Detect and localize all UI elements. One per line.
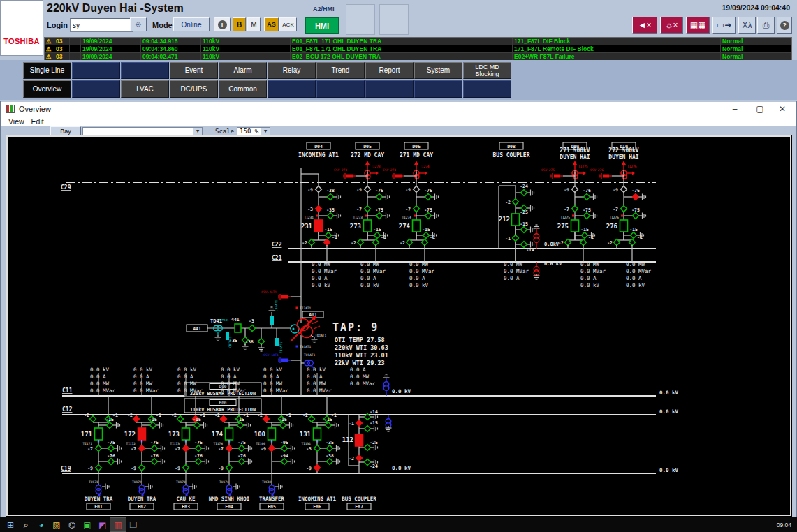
measurement: 0.0 MW [312, 261, 331, 267]
as-button[interactable]: AS [264, 17, 279, 31]
diagram-label: -1 [349, 421, 354, 427]
feeder-name: CAU KE [176, 496, 196, 502]
diagram-label: -2 [257, 413, 263, 418]
close-button[interactable]: ✕ [772, 102, 793, 116]
hmi-button[interactable]: HMI [305, 17, 339, 34]
warning-icon: ⚠ [45, 53, 54, 60]
menu-ldc-md-blocking[interactable]: LDC MD Blocking [463, 62, 511, 79]
diagram-label: -76 [424, 188, 432, 193]
mode-online-button[interactable]: Online [173, 17, 210, 31]
ack-button[interactable]: ACK [279, 17, 297, 31]
menu-dc-ups[interactable]: DC/UPS [170, 80, 218, 98]
minimize-button[interactable]: – [724, 102, 745, 116]
diagram-label: TI276 [627, 165, 637, 168]
diagram-label: -75 [631, 207, 640, 213]
bay-select[interactable]: ▼ [82, 127, 203, 136]
cb-4at1 [270, 316, 274, 325]
diagram-label: -1 [430, 235, 435, 240]
bus-label-C29: C29 [61, 184, 71, 191]
diagram-label: CSV-274 [383, 168, 396, 172]
print-button[interactable]: ⎙ [757, 17, 775, 34]
diagram-label: -38 [326, 453, 334, 459]
tools-button[interactable]: Xλ [738, 17, 756, 34]
transformer-dot [293, 328, 295, 330]
breaker-276[interactable] [620, 220, 628, 232]
breaker-174[interactable] [226, 428, 233, 440]
app-purple-icon[interactable]: ◩ [95, 518, 110, 531]
menu-trend[interactable]: Trend [316, 62, 365, 79]
warning-icon: ⚠ [45, 38, 54, 45]
diagram-label: -2 [607, 240, 613, 246]
keyboard-button[interactable]: ▦▦ [686, 17, 710, 34]
menu-lvac[interactable]: LVAC [121, 80, 169, 98]
menu-alarm[interactable]: Alarm [219, 62, 267, 79]
diagram-label: -75 [424, 207, 432, 213]
chevron-down-icon: ▼ [193, 128, 202, 135]
breaker-131[interactable] [314, 428, 321, 440]
breaker-441[interactable] [235, 324, 241, 332]
edge-icon[interactable]: ◕ [34, 518, 49, 531]
diagram-label: -7 [356, 207, 362, 212]
breaker-273[interactable] [364, 220, 372, 232]
menu-edit[interactable]: Edit [31, 117, 44, 126]
lamp-mute-button[interactable]: ☼× [660, 17, 683, 34]
breaker-231[interactable] [315, 220, 323, 232]
breaker-173[interactable] [182, 428, 190, 440]
indicator-dot [414, 215, 416, 217]
breaker-112[interactable] [356, 434, 363, 446]
breaker-171[interactable] [95, 428, 103, 440]
transformer-temp: OTI TEMP 27.58 [335, 337, 385, 343]
putty-icon[interactable]: ⌬ [64, 518, 80, 531]
diagram-label: -3 [307, 207, 313, 212]
menu-relay[interactable]: Relay [268, 62, 316, 79]
search-icon[interactable]: ⌕ [18, 518, 34, 531]
bay-title: INCOMING AT1 [298, 152, 339, 158]
alarm-row[interactable]: ⚠0319/09/202409:04:34.915110kVE01_F87L 1… [45, 38, 791, 45]
info-button[interactable]: i [214, 17, 231, 31]
m-button[interactable]: M [247, 17, 261, 31]
breaker-172[interactable] [138, 428, 146, 440]
breaker-100[interactable] [268, 428, 276, 440]
feeder-name: TRANSFER [259, 496, 285, 502]
diagram-label: -7 [218, 446, 224, 452]
menu-overview[interactable]: Overview [23, 80, 71, 98]
switch-display-button[interactable]: ▭➜ [712, 17, 736, 34]
breaker-274[interactable] [413, 220, 421, 232]
measurement: 0.0 kV [90, 367, 110, 373]
login-input[interactable] [70, 18, 133, 32]
audio-mute-button[interactable]: ◄× [632, 17, 657, 34]
menu-common[interactable]: Common [219, 80, 267, 98]
diagram-label: TD4AT1 [279, 341, 283, 353]
logout-button[interactable]: ⎆ [130, 17, 147, 31]
menu-system[interactable]: System [414, 62, 462, 79]
app-green-icon[interactable]: ▣ [80, 518, 95, 531]
diagram-label: -15 [324, 227, 332, 232]
window-icon[interactable]: ❒ [126, 518, 141, 531]
scale-select[interactable]: 150 % ▼ [237, 127, 270, 136]
breaker-212[interactable] [512, 214, 520, 226]
window-titlebar[interactable]: Overview – ▢ ✕ [1, 102, 796, 116]
menu-event[interactable]: Event [170, 62, 218, 79]
diagram-label: 174 [212, 431, 224, 438]
menu-report[interactable]: Report [365, 62, 414, 79]
diagram-label: -9 [613, 187, 618, 193]
menu-view[interactable]: View [8, 117, 24, 126]
menu-single-line[interactable]: Single Line [23, 62, 71, 79]
explorer-icon[interactable]: ▨ [49, 518, 64, 531]
diagram-label: -95 [280, 440, 288, 445]
measurement: 0.0 A [580, 275, 597, 281]
diagram-label: -15 [370, 420, 378, 426]
hmi-active-icon[interactable]: ▥ [110, 518, 126, 531]
b-button[interactable]: B [233, 17, 246, 31]
menu-blank [414, 80, 462, 98]
header: TOSHIBA 220kV Duyen Hai -System Login ⎆ … [0, 0, 797, 37]
diagram-label: -2 [84, 413, 89, 418]
diagram-label: -15 [279, 417, 287, 422]
diagram-label: TI173 [170, 442, 180, 445]
maximize-button[interactable]: ▢ [750, 102, 770, 116]
start-icon[interactable]: ⊞ [3, 518, 18, 531]
breaker-275[interactable] [571, 220, 579, 232]
help-button[interactable]: ? [777, 17, 792, 34]
alarm-row[interactable]: ⚠0319/09/202409:04:34.860110kVE01_F87L 1… [45, 45, 791, 53]
diagram-label: -9 [306, 466, 312, 471]
